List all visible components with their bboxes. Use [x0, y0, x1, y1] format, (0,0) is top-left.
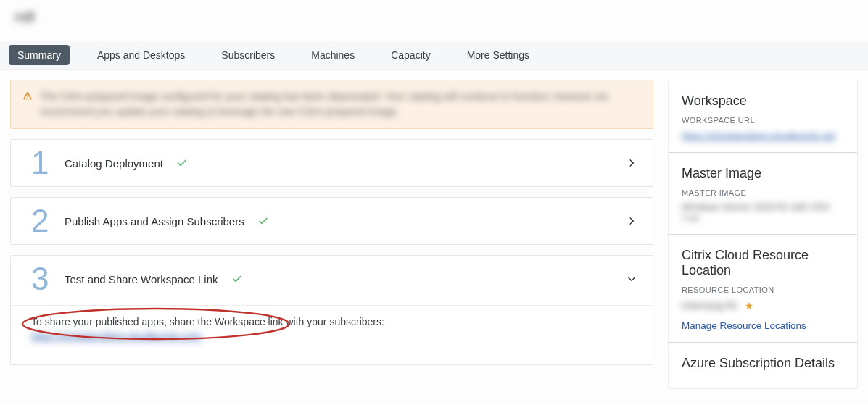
step-number: 2: [31, 205, 51, 237]
chevron-right-icon: [627, 158, 637, 168]
tab-bar: Summary Apps and Desktops Subscribers Ma…: [0, 41, 868, 70]
tab-more-settings[interactable]: More Settings: [458, 45, 538, 65]
side-heading: Citrix Cloud Resource Location: [682, 248, 844, 278]
step-title: Test and Share Workspace Link: [65, 273, 218, 285]
tab-apps-desktops[interactable]: Apps and Desktops: [88, 45, 194, 65]
check-icon: [176, 157, 188, 169]
side-heading: Master Image: [682, 166, 844, 181]
warning-text: The Citrix-prepared image configured for…: [40, 89, 641, 120]
side-heading: Workspace: [682, 93, 844, 109]
check-icon: [257, 215, 269, 227]
star-icon: [745, 301, 753, 310]
step-number: 3: [31, 263, 51, 295]
side-heading: Azure Subscription Details: [682, 356, 844, 371]
side-subheading: RESOURCE LOCATION: [682, 285, 844, 294]
side-workspace: Workspace WORKSPACE URL https://christia…: [669, 80, 857, 153]
step-3-card[interactable]: 3 Test and Share Workspace Link To share…: [10, 255, 653, 365]
tab-machines[interactable]: Machines: [302, 45, 363, 65]
step-1-card[interactable]: 1 Catalog Deployment: [10, 139, 653, 187]
workspace-share-link[interactable]: https://christiansblog.cloudburrito.com: [31, 330, 202, 342]
chevron-down-icon: [627, 274, 637, 284]
side-master-image: Master Image MASTER IMAGE Windows Server…: [669, 153, 857, 235]
step-3-body: To share your published apps, share the …: [11, 305, 653, 364]
chevron-right-icon: [627, 216, 637, 226]
manage-resource-locations-link[interactable]: Manage Resource Locations: [682, 320, 806, 331]
page-header: rs8: [0, 0, 868, 41]
tab-subscribers[interactable]: Subscribers: [212, 45, 284, 65]
workspace-url-link[interactable]: https://christiansblog.cloudburrito.net: [682, 130, 835, 141]
side-resource-location: Citrix Cloud Resource Location RESOURCE …: [669, 235, 857, 343]
step-number: 1: [31, 147, 51, 179]
side-subheading: MASTER IMAGE: [682, 188, 844, 197]
page-title: rs8: [15, 9, 853, 25]
main-column: The Citrix-prepared image configured for…: [10, 80, 653, 389]
master-image-value: Windows Server 2016 R2 with VDA 7.xx: [682, 201, 844, 223]
side-azure: Azure Subscription Details: [669, 343, 857, 388]
warning-icon: [22, 91, 33, 101]
side-panel: Workspace WORKSPACE URL https://christia…: [668, 80, 858, 389]
resource-location-value: tridentaug-RL: [682, 300, 739, 311]
share-instruction: To share your published apps, share the …: [31, 316, 637, 327]
side-subheading: WORKSPACE URL: [682, 116, 844, 125]
step-title: Catalog Deployment: [65, 157, 163, 170]
tab-capacity[interactable]: Capacity: [382, 45, 439, 65]
step-title: Publish Apps and Assign Subscribers: [65, 215, 244, 227]
step-2-card[interactable]: 2 Publish Apps and Assign Subscribers: [10, 197, 653, 245]
warning-alert: The Citrix-prepared image configured for…: [10, 80, 653, 129]
tab-summary[interactable]: Summary: [9, 45, 70, 65]
check-icon: [231, 273, 243, 285]
